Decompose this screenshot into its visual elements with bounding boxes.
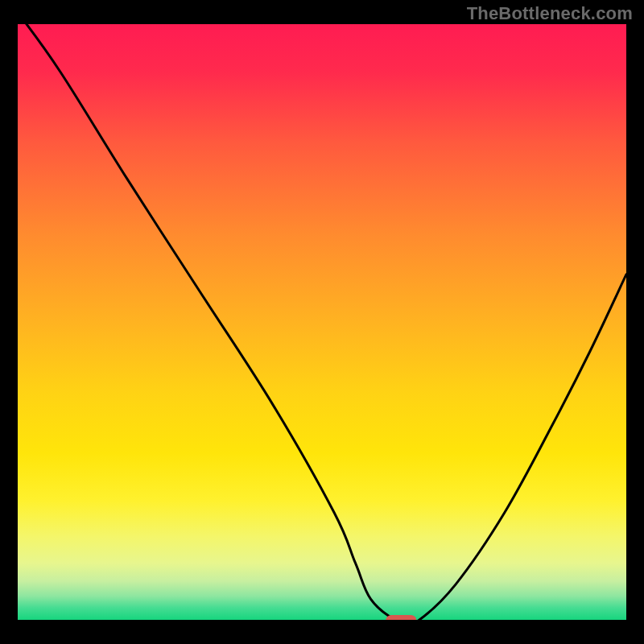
frame-right: [626, 0, 644, 644]
gradient-background: [18, 24, 626, 620]
bottleneck-chart: [0, 0, 644, 644]
watermark-text: TheBottleneck.com: [467, 3, 633, 24]
chart-container: TheBottleneck.com: [0, 0, 644, 644]
frame-left: [0, 0, 18, 644]
frame-bottom: [0, 620, 644, 644]
